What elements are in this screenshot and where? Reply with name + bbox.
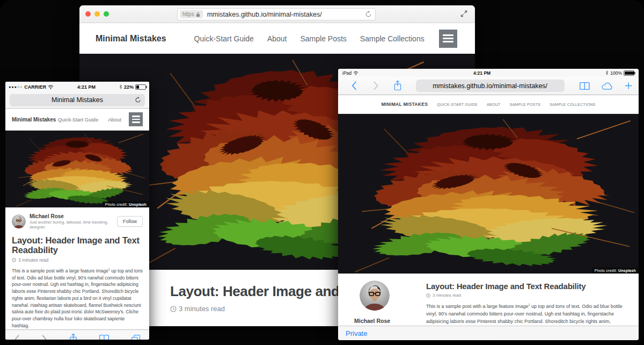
fullscreen-icon[interactable] <box>460 10 468 18</box>
desktop-titlebar: https mmistakes.github.io/minimal-mistak… <box>79 5 475 23</box>
https-badge: https <box>180 10 203 18</box>
author-bio: Just another boring, tattooed, time trav… <box>30 220 117 229</box>
iphone-post-content: Michael Rose Just another boring, tattoo… <box>5 207 149 340</box>
wifi-icon <box>353 71 358 75</box>
clock-icon <box>170 306 177 312</box>
nav-link-about[interactable]: About <box>267 34 287 43</box>
battery-icon <box>624 70 634 76</box>
bookmarks-button[interactable] <box>579 81 590 91</box>
post-body-paragraph-1: This is a sample post with a large featu… <box>12 268 143 329</box>
post-title: Layout: Header Image and Text Readabilit… <box>426 282 625 291</box>
ipad-address-field[interactable]: mmistakes.github.io/minimal-mistakes/ <box>416 80 565 92</box>
iphone-url-bar: Minimal Mistakes <box>5 92 149 109</box>
desktop-masthead: Minimal Mistakes Quick-Start Guide About… <box>79 23 475 54</box>
desktop-nav: Quick-Start Guide About Sample Posts Sam… <box>194 34 425 43</box>
page-title-text: Minimal Mistakes <box>52 96 103 104</box>
ipad-status-bar: iPad 4:21 PM 100% <box>338 69 639 77</box>
address-bar[interactable]: https mmistakes.github.io/minimal-mistak… <box>177 8 376 20</box>
carrier-label: CARRIER <box>24 84 46 90</box>
nav-link-quick-start-guide[interactable]: Quick-Start Guide <box>58 117 99 123</box>
forward-button[interactable] <box>373 81 379 91</box>
read-time-text: 3 minutes read <box>18 257 48 263</box>
https-label: https <box>182 11 194 17</box>
battery-percent: 22% <box>124 84 134 90</box>
read-time-text: 3 minutes read <box>433 293 461 298</box>
bluetooth-icon <box>119 84 122 89</box>
refresh-icon[interactable] <box>365 11 372 18</box>
device-label: iPad <box>342 70 352 76</box>
status-time: 4:21 PM <box>54 84 119 90</box>
iphone-bottom-toolbar <box>5 329 149 340</box>
url-text: mmistakes.github.io/minimal-mistakes/ <box>207 11 365 18</box>
iphone-address-field[interactable]: Minimal Mistakes <box>10 94 145 106</box>
url-text: mmistakes.github.io/minimal-mistakes/ <box>433 82 547 90</box>
ipad-safari-window: iPad 4:21 PM 100% mmistakes.github.io/mi… <box>338 69 639 340</box>
iphone-masthead: Minimal Mistakes Quick-Start Guide About <box>5 109 149 131</box>
share-button[interactable] <box>393 80 402 91</box>
minimize-window-button[interactable] <box>94 11 100 17</box>
close-window-button[interactable] <box>85 11 91 17</box>
nav-link-quick-start-guide[interactable]: Quick-Start Guide <box>194 34 254 43</box>
bookmarks-button[interactable] <box>99 334 109 340</box>
tabs-button[interactable] <box>131 334 141 340</box>
read-time-text: 3 minutes read <box>179 305 225 313</box>
battery-percent: 100% <box>610 70 622 76</box>
refresh-icon[interactable] <box>135 97 141 103</box>
follow-button[interactable]: Follow <box>117 216 143 227</box>
post-title: Layout: Header Image and Text Readabilit… <box>12 235 143 255</box>
menu-toggle-button[interactable] <box>439 30 457 48</box>
forward-button[interactable] <box>41 334 47 340</box>
nav-link-about[interactable]: ABOUT <box>487 103 501 106</box>
menu-toggle-button[interactable] <box>129 112 143 126</box>
new-tab-button[interactable] <box>625 82 632 90</box>
clock-icon <box>426 293 430 298</box>
iphone-status-bar: ●●●○○ CARRIER 4:21 PM 22% <box>5 82 149 92</box>
back-button[interactable] <box>14 334 20 340</box>
nav-link-sample-posts[interactable]: Sample Posts <box>300 34 346 43</box>
site-title-link[interactable]: Minimal Mistakes <box>12 117 56 123</box>
site-title-link[interactable]: MINIMAL MISTAKES <box>381 102 428 107</box>
share-button[interactable] <box>69 333 78 340</box>
read-time-meta: 3 minutes read <box>12 257 143 263</box>
private-button[interactable]: Private <box>346 329 367 337</box>
site-title-link[interactable]: Minimal Mistakes <box>96 34 166 44</box>
author-row: Michael Rose Just another boring, tattoo… <box>12 213 143 229</box>
autumn-leaves-photo <box>10 132 145 207</box>
iphone-safari-window: ●●●○○ CARRIER 4:21 PM 22% Minimal Mistak… <box>5 82 149 340</box>
nav-link-quick-start-guide[interactable]: QUICK-START GUIDE <box>437 103 478 106</box>
clock-icon <box>12 258 16 262</box>
zoom-window-button[interactable] <box>104 11 109 17</box>
read-time-meta: 3 minutes read <box>426 293 625 298</box>
composite-canvas: https mmistakes.github.io/minimal-mistak… <box>0 0 644 345</box>
nav-link-sample-collections[interactable]: Sample Collections <box>360 34 425 43</box>
padlock-icon <box>196 12 200 17</box>
ipad-header-image: Photo credit: Unsplash <box>338 114 639 274</box>
author-avatar <box>12 214 26 228</box>
nav-link-about[interactable]: About <box>108 117 121 123</box>
ipad-masthead: MINIMAL MISTAKES QUICK-START GUIDE ABOUT… <box>338 95 639 114</box>
nav-link-sample-posts[interactable]: SAMPLE POSTS <box>510 103 541 106</box>
window-controls <box>85 11 109 17</box>
wifi-icon <box>48 85 54 89</box>
back-button[interactable] <box>351 81 357 91</box>
iphone-header-image: Photo credit: Unsplash <box>5 131 149 207</box>
private-browsing-bar: Private <box>338 326 639 340</box>
author-name: Michael Rose <box>30 213 117 219</box>
battery-icon <box>135 84 146 90</box>
autumn-leaves-photo <box>342 116 634 274</box>
author-name: Michael Rose <box>354 318 412 324</box>
status-time: 4:21 PM <box>358 70 605 76</box>
ipad-toolbar: mmistakes.github.io/minimal-mistakes/ <box>338 77 639 95</box>
nav-link-sample-collections[interactable]: SAMPLE COLLECTIONS <box>550 103 595 106</box>
icloud-tabs-icon[interactable] <box>601 82 613 90</box>
photo-credit-badge: Photo credit: Unsplash <box>592 268 639 274</box>
author-avatar <box>360 281 390 311</box>
bluetooth-icon <box>605 70 609 75</box>
signal-strength-dots: ●●●○○ <box>9 85 23 89</box>
photo-credit-badge: Photo credit: Unsplash <box>103 202 149 207</box>
